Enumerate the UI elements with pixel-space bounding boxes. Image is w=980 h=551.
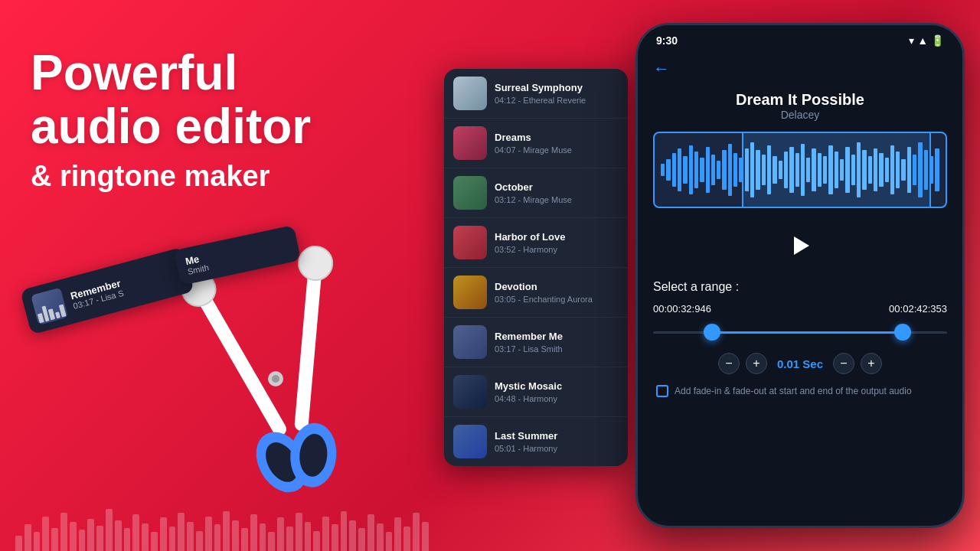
song-meta-5: 03:05 - Enchanting Aurora: [495, 295, 593, 304]
song-meta-4: 03:52 - Harmony: [495, 245, 565, 254]
card-thumb-left: [31, 288, 68, 325]
song-name-5: Devotion: [495, 281, 593, 293]
phone-content: ← Dream It Possible Delacey Select a ran…: [638, 53, 962, 397]
step-plus-right[interactable]: +: [861, 353, 882, 374]
fade-option: Add fade-in & fade-out at start and end …: [653, 385, 947, 397]
song-thumb-1: [453, 77, 487, 110]
range-start-time: 00:00:32:946: [653, 303, 711, 315]
song-thumb-7: [453, 375, 487, 409]
song-meta-7: 04:48 - Harmony: [495, 394, 562, 403]
song-item-6[interactable]: Remember Me03:17 - Lisa Smith: [444, 318, 628, 367]
svg-point-3: [297, 245, 334, 282]
wifi-icon: ▾: [909, 34, 914, 47]
song-info-2: Dreams04:07 - Mirage Muse: [495, 132, 572, 155]
step-value: 0.01 Sec: [773, 357, 827, 370]
song-item-4[interactable]: Harbor of Love03:52 - Harmony: [444, 218, 628, 268]
phone-mockup: 9:30 ▾ ▲ 🔋 ← Dream It Possible Delacey S…: [635, 23, 965, 528]
battery-icon: 🔋: [931, 34, 944, 47]
fade-checkbox[interactable]: [656, 385, 668, 397]
song-info-5: Devotion03:05 - Enchanting Aurora: [495, 281, 593, 304]
svg-rect-0: [193, 285, 289, 439]
song-name-4: Harbor of Love: [495, 231, 565, 243]
phone-header: ←: [653, 53, 947, 91]
song-thumb-3: [453, 176, 487, 210]
song-name-8: Last Summer: [495, 430, 557, 442]
fade-label: Add fade-in & fade-out at start and end …: [675, 386, 912, 396]
song-item-7[interactable]: Mystic Mosaic04:48 - Harmony: [444, 367, 628, 417]
song-name-6: Remember Me: [495, 331, 563, 343]
slider-thumb-right[interactable]: [894, 324, 911, 341]
play-button[interactable]: [781, 227, 819, 265]
song-name-3: October: [495, 181, 572, 194]
svg-rect-2: [294, 262, 322, 432]
play-area: [653, 227, 947, 265]
status-bar: 9:30 ▾ ▲ 🔋: [638, 25, 962, 53]
song-info-7: Mystic Mosaic04:48 - Harmony: [495, 380, 562, 403]
now-playing-artist: Delacey: [653, 109, 947, 121]
song-meta-6: 03:17 - Lisa Smith: [495, 344, 563, 354]
song-thumb-8: [453, 425, 487, 458]
song-info-4: Harbor of Love03:52 - Harmony: [495, 231, 565, 254]
song-name-2: Dreams: [495, 132, 572, 144]
song-info-3: October03:12 - Mirage Muse: [495, 181, 572, 204]
song-item-1[interactable]: Surreal Symphony04:12 - Ethereal Reverie: [444, 69, 628, 119]
play-icon: [794, 236, 809, 255]
song-info-8: Last Summer05:01 - Harmony: [495, 430, 557, 453]
song-thumb-4: [453, 226, 487, 259]
subheadline: & ringtone maker: [31, 160, 352, 193]
song-item-5[interactable]: Devotion03:05 - Enchanting Aurora: [444, 268, 628, 318]
status-icons: ▾ ▲ 🔋: [909, 34, 944, 47]
song-item-2[interactable]: Dreams04:07 - Mirage Muse: [444, 119, 628, 168]
range-slider[interactable]: [653, 321, 947, 344]
song-meta-1: 04:12 - Ethereal Reverie: [495, 96, 586, 105]
song-item-3[interactable]: October03:12 - Mirage Muse: [444, 168, 628, 218]
song-item-8[interactable]: Last Summer05:01 - Harmony: [444, 417, 628, 466]
song-info-1: Surreal Symphony04:12 - Ethereal Reverie: [495, 82, 586, 105]
song-thumb-2: [453, 126, 487, 160]
step-minus-right[interactable]: −: [833, 353, 854, 374]
waveform-display: [653, 132, 947, 208]
step-minus-left[interactable]: −: [718, 353, 740, 374]
song-thumb-6: [453, 325, 487, 359]
song-meta-3: 03:12 - Mirage Muse: [495, 195, 572, 204]
back-button[interactable]: ←: [653, 59, 670, 79]
slider-fill: [712, 331, 903, 334]
song-meta-2: 04:07 - Mirage Muse: [495, 145, 572, 155]
svg-point-9: [272, 375, 279, 383]
signal-icon: ▲: [917, 34, 928, 47]
select-range-label: Select a range :: [653, 280, 947, 294]
song-info-6: Remember Me03:17 - Lisa Smith: [495, 331, 563, 354]
song-name-1: Surreal Symphony: [495, 82, 586, 94]
waveform-selection: [742, 133, 931, 207]
range-times: 00:00:32:946 00:02:42:353: [653, 303, 947, 315]
song-name-7: Mystic Mosaic: [495, 380, 562, 393]
range-end-time: 00:02:42:353: [889, 303, 947, 315]
step-plus-left[interactable]: +: [746, 353, 767, 374]
status-time: 9:30: [656, 34, 678, 47]
slider-thumb-left[interactable]: [704, 324, 720, 341]
headline: Powerfulaudio editor: [31, 46, 352, 154]
song-thumb-5: [453, 276, 487, 309]
left-section: Powerfulaudio editor & ringtone maker: [31, 46, 352, 193]
step-controls: − + 0.01 Sec − +: [653, 353, 947, 374]
song-meta-8: 05:01 - Harmony: [495, 444, 557, 453]
song-list-panel: Surreal Symphony04:12 - Ethereal Reverie…: [444, 69, 628, 466]
now-playing-title: Dream It Possible: [653, 91, 947, 109]
